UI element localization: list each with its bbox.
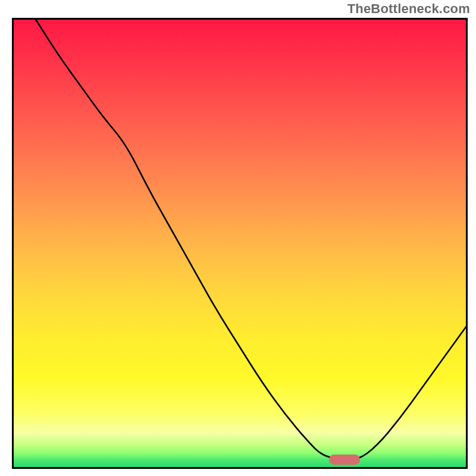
watermark-text: TheBottleneck.com — [347, 1, 470, 17]
optimal-point-marker — [329, 455, 360, 465]
curve-layer — [12, 18, 468, 469]
plot-area — [12, 18, 468, 469]
bottleneck-curve — [35, 18, 468, 460]
chart-container: TheBottleneck.com — [0, 0, 476, 476]
